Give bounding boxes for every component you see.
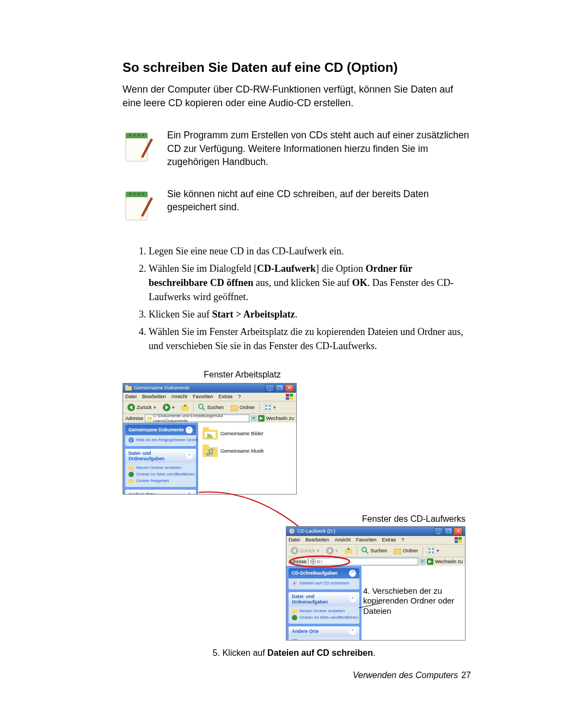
up-button[interactable] — [342, 546, 354, 555]
task-item[interactable]: Ordner freigeben — [128, 478, 193, 484]
close-button[interactable]: ✕ — [285, 384, 294, 392]
chevron-up-icon[interactable]: ⌃ — [350, 595, 356, 602]
step-4: Wählen Sie im Fenster Arbeitsplatz die z… — [149, 325, 471, 353]
svg-rect-32 — [265, 405, 267, 407]
go-button[interactable] — [258, 415, 265, 422]
go-label: Wechseln zu — [266, 416, 294, 421]
svg-rect-21 — [290, 397, 293, 400]
chevron-up-icon[interactable]: ⌃ — [349, 570, 356, 577]
folder-item[interactable]: Gemeinsame Musik — [203, 444, 292, 458]
cd-write-icon — [292, 581, 297, 586]
panel-other-places: Andere Orte⌃ Arbeitsplatz Eigene Dateien… — [289, 626, 359, 641]
intro-paragraph: Wenn der Computer über CD-RW-Funktionen … — [122, 83, 471, 110]
folder-icon — [125, 385, 132, 391]
address-field[interactable]: C:\Dokumente und Einstellungen\All Users… — [145, 415, 249, 422]
back-button[interactable]: Zurück ▾ — [289, 546, 322, 555]
task-item[interactable]: iWas ist ein freigegebener Ordner? — [128, 437, 193, 443]
folders-button[interactable]: Ordner — [391, 546, 420, 555]
new-folder-icon — [292, 608, 297, 614]
svg-point-2 — [129, 134, 131, 136]
task-item[interactable]: Neuen Ordner erstellen — [292, 608, 356, 614]
svg-rect-75 — [432, 551, 434, 553]
folder-item[interactable]: Gemeinsame Bilder — [203, 427, 292, 440]
search-button[interactable]: Suchen — [196, 403, 226, 412]
note-2: Sie können nicht auf eine CD schreiben, … — [122, 187, 471, 226]
dropdown-icon[interactable] — [251, 416, 256, 421]
svg-rect-54 — [203, 444, 209, 448]
svg-point-84 — [292, 615, 297, 620]
svg-rect-26 — [181, 406, 189, 411]
task-write-cd[interactable]: Dateien auf CD schreiben — [292, 581, 356, 586]
menu-item[interactable]: Datei — [289, 537, 300, 543]
folders-button[interactable]: Ordner — [228, 403, 257, 412]
chevron-up-icon[interactable]: ⌃ — [186, 491, 193, 495]
chevron-up-icon[interactable]: ⌃ — [186, 452, 193, 459]
dropdown-icon[interactable] — [420, 559, 425, 564]
menu-item[interactable]: Ansicht — [171, 394, 188, 399]
svg-point-43 — [128, 472, 134, 477]
address-field[interactable]: D:\ — [308, 558, 418, 565]
panel-other-places: Andere Orte⌃ Arbeitsplatz Eigene Dateien… — [125, 490, 196, 495]
menu-item[interactable]: ? — [238, 394, 241, 399]
menu-item[interactable]: Bearbeiten — [305, 537, 329, 543]
chevron-up-icon[interactable]: ⌃ — [186, 426, 193, 434]
folders-icon — [230, 404, 238, 411]
task-item[interactable]: Ordner im Web veröffentlichen — [128, 472, 193, 477]
svg-point-12 — [138, 193, 140, 195]
minimize-button[interactable]: _ — [434, 527, 443, 535]
forward-button[interactable]: ▾ — [324, 546, 340, 555]
maximize-button[interactable]: ❐ — [444, 527, 453, 535]
page-heading: So schreiben Sie Daten auf eine CD (Opti… — [122, 60, 471, 75]
svg-point-10 — [129, 193, 131, 195]
svg-rect-49 — [203, 427, 209, 430]
svg-rect-1 — [126, 133, 148, 138]
step-2: Wählen Sie im Dialogfeld [CD-Laufwerk] d… — [149, 261, 471, 304]
svg-rect-9 — [126, 192, 148, 197]
share-folder-icon — [128, 478, 134, 484]
chevron-up-icon[interactable]: ⌃ — [349, 628, 356, 635]
svg-rect-42 — [128, 466, 134, 470]
folder-music-icon — [203, 444, 218, 458]
svg-point-28 — [199, 404, 203, 409]
svg-rect-19 — [290, 394, 293, 397]
task-item[interactable]: Neuen Ordner erstellen — [128, 465, 193, 471]
folder-up-icon — [345, 547, 352, 554]
figure-area: Fenster Arbeitsplatz Gemeinsame Dokument… — [122, 370, 465, 658]
close-button[interactable]: ✕ — [454, 527, 463, 535]
menu-item[interactable]: Extras — [219, 394, 233, 399]
svg-rect-70 — [394, 549, 401, 554]
task-item[interactable]: Ordner im Web veröffentlichen — [292, 615, 356, 620]
maximize-button[interactable]: ❐ — [275, 384, 284, 392]
svg-point-13 — [142, 193, 144, 195]
panel-file-tasks: Datei- und Ordneraufgaben⌃ Neuen Ordner … — [289, 592, 359, 624]
views-button[interactable]: ▾ — [262, 403, 278, 412]
window-title: Gemeinsame Dokumente — [134, 385, 189, 391]
menu-item[interactable]: Favoriten — [193, 394, 213, 399]
note-1: Ein Programm zum Erstellen von CDs steht… — [122, 129, 471, 169]
search-button[interactable]: Suchen — [359, 546, 390, 555]
go-button[interactable] — [427, 558, 433, 565]
svg-point-5 — [142, 134, 144, 136]
menu-item[interactable]: Bearbeiten — [142, 394, 166, 399]
task-item[interactable]: Arbeitsplatz — [292, 639, 356, 641]
minimize-button[interactable]: _ — [265, 384, 274, 392]
menu-item[interactable]: ? — [401, 537, 404, 543]
search-icon — [362, 547, 369, 554]
forward-button[interactable]: ▾ — [161, 403, 177, 412]
svg-rect-59 — [458, 537, 462, 540]
windows-flag-icon — [286, 394, 294, 400]
cd-drive-icon — [289, 528, 295, 534]
windows-flag-icon — [455, 537, 463, 543]
note-1-text: Ein Programm zum Erstellen von CDs steht… — [167, 129, 471, 169]
up-button[interactable] — [179, 403, 191, 412]
views-icon — [264, 404, 272, 411]
views-button[interactable]: ▾ — [425, 546, 442, 555]
back-button[interactable]: Zurück ▾ — [125, 403, 158, 412]
svg-rect-16 — [125, 386, 132, 391]
menu-item[interactable]: Extras — [382, 537, 396, 543]
svg-rect-74 — [428, 551, 431, 553]
web-publish-icon — [292, 615, 297, 620]
menu-item[interactable]: Ansicht — [335, 537, 351, 543]
menu-item[interactable]: Favoriten — [356, 537, 377, 543]
menu-item[interactable]: Datei — [125, 394, 137, 399]
